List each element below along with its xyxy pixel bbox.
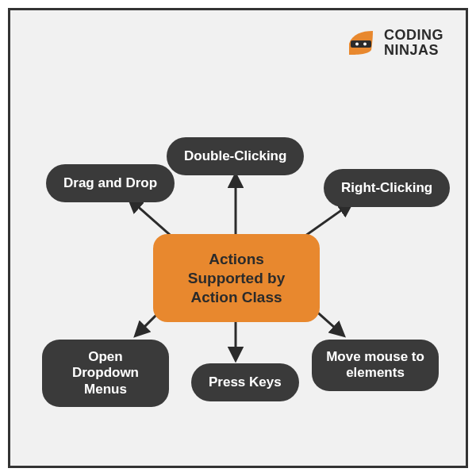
node-label: Right-Clicking	[341, 180, 432, 195]
diagram-canvas: Actions Supported by Action Class Double…	[10, 10, 466, 466]
node-label: Drag and Drop	[63, 175, 157, 190]
node-drag-and-drop: Drag and Drop	[46, 164, 175, 202]
center-node: Actions Supported by Action Class	[153, 234, 320, 322]
diagram-frame: CODING NINJAS Actions Supported by Actio…	[8, 8, 468, 468]
node-label: Open Dropdown Menus	[72, 349, 139, 397]
node-open-dropdown-menus: Open Dropdown Menus	[42, 340, 169, 407]
node-label: Press Keys	[209, 374, 282, 390]
node-double-clicking: Double-Clicking	[167, 137, 304, 175]
center-label: Actions Supported by Action Class	[188, 251, 285, 305]
node-right-clicking: Right-Clicking	[324, 169, 450, 207]
node-move-mouse: Move mouse to elements	[312, 340, 439, 391]
node-label: Double-Clicking	[184, 148, 286, 163]
node-press-keys: Press Keys	[191, 363, 299, 401]
node-label: Move mouse to elements	[326, 349, 424, 380]
